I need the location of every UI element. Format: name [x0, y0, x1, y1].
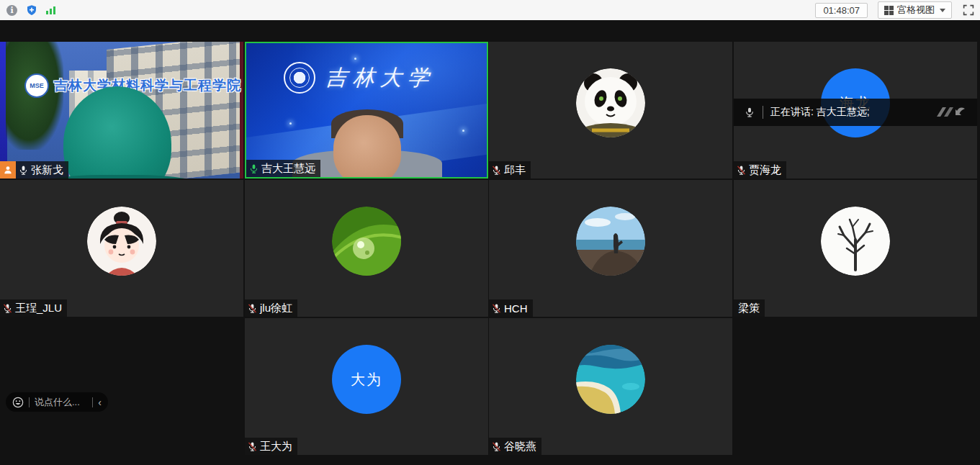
avatar-panda	[576, 68, 645, 137]
virtual-background-jlu: 吉林大学	[246, 43, 487, 177]
participant-name: jlu徐虹	[260, 302, 292, 315]
participant-name: 梁策	[738, 302, 760, 315]
fullscreen-icon[interactable]	[962, 4, 974, 17]
mic-muted-icon	[736, 165, 747, 176]
host-badge-icon	[0, 161, 16, 179]
network-signal-icon[interactable]	[45, 4, 57, 17]
participant-name-label: 梁策	[734, 299, 765, 317]
college-banner-text: 吉林大学材料科学与工程学院	[54, 76, 241, 95]
participant-name-label: 谷晓燕	[489, 438, 541, 455]
video-tile-jiahailong[interactable]: 海龙 正在讲话: 吉大王慧远;	[734, 42, 977, 179]
video-tile-xuhong[interactable]: jlu徐虹	[245, 180, 488, 317]
participant-name-label: jlu徐虹	[245, 299, 297, 317]
university-emblem	[284, 62, 315, 94]
video-tile-wangcheng[interactable]: 王珵_JLU	[0, 180, 243, 317]
participant-name: 吉大王慧远	[261, 162, 315, 176]
avatar-tree-sketch	[821, 207, 890, 276]
chat-quick-bar[interactable]: 说点什么... ‹	[6, 392, 108, 412]
mic-speaking-icon	[248, 163, 259, 174]
participant-name: 贾海龙	[749, 163, 781, 177]
video-tile-liangce[interactable]: 梁策	[734, 180, 977, 317]
avatar-beach-photo	[576, 207, 645, 276]
participant-name: 张新戈	[31, 163, 63, 177]
participant-name: 王大为	[260, 440, 292, 453]
mic-muted-icon	[247, 303, 258, 314]
video-grid: MSE 吉林大学材料科学与工程学院 张新戈	[0, 20, 980, 465]
mic-muted-icon	[247, 441, 258, 452]
university-name-text: 吉林大学	[325, 63, 436, 93]
college-logo: MSE	[24, 73, 49, 98]
participant-name: 王珵_JLU	[15, 302, 62, 315]
top-toolbar: i 01:48:07 宫格视图	[0, 0, 980, 20]
video-tile-hch[interactable]: HCH	[489, 180, 732, 317]
mic-muted-icon	[491, 303, 502, 314]
chat-input-placeholder[interactable]: 说点什么...	[35, 396, 87, 409]
speaking-toast: 正在讲话: 吉大王慧远;	[734, 99, 977, 126]
reaction-icons	[934, 105, 967, 119]
mic-muted-icon	[491, 165, 502, 176]
video-tile-wangdawei[interactable]: 大为 王大为	[245, 318, 488, 455]
avatar-coast-photo	[576, 345, 645, 414]
avatar-initials: 大为	[332, 345, 401, 414]
grid-view-icon	[884, 6, 894, 15]
video-tile-guxiaoyan[interactable]: 谷晓燕	[489, 318, 732, 455]
view-mode-button[interactable]: 宫格视图	[878, 1, 952, 19]
video-tile-wanghuiyuan[interactable]: 吉林大学 吉大王慧远	[245, 42, 488, 179]
avatar-cartoon-girl	[87, 207, 156, 276]
security-shield-icon[interactable]	[25, 4, 37, 17]
meeting-duration: 01:48:07	[815, 3, 868, 18]
mic-on-icon	[18, 165, 29, 176]
virtual-background-campus: MSE 吉林大学材料科学与工程学院	[0, 42, 243, 179]
chevron-down-icon	[940, 9, 945, 12]
mic-icon	[744, 107, 755, 118]
view-mode-label: 宫格视图	[897, 4, 935, 17]
video-tile-qiufeng[interactable]: 邱丰	[489, 42, 732, 179]
participant-name: HCH	[504, 302, 528, 315]
emoji-icon[interactable]	[12, 397, 24, 408]
participant-name-label: 贾海龙	[734, 161, 786, 179]
meeting-window: i 01:48:07 宫格视图	[0, 0, 980, 465]
participant-name: 邱丰	[504, 163, 526, 177]
participant-name-label: 张新戈	[16, 161, 68, 179]
participant-video-person	[333, 115, 401, 179]
mic-muted-icon	[491, 441, 502, 452]
participant-name-label: 邱丰	[489, 161, 531, 179]
participant-name-label: 吉大王慧远	[246, 160, 320, 177]
avatar-leaf-drop	[332, 207, 401, 276]
collapse-chat-icon[interactable]: ‹	[98, 397, 102, 408]
speaking-toast-text: 正在讲话: 吉大王慧远;	[770, 106, 870, 119]
participant-name-label: 王珵_JLU	[0, 299, 67, 317]
meeting-info-icon[interactable]: i	[6, 4, 18, 17]
mic-muted-icon	[2, 303, 13, 314]
participant-name-label: 王大为	[245, 438, 297, 455]
video-tile-zhangxinge[interactable]: MSE 吉林大学材料科学与工程学院 张新戈	[0, 42, 243, 179]
participant-name-label: HCH	[489, 299, 533, 317]
participant-name: 谷晓燕	[504, 440, 536, 453]
